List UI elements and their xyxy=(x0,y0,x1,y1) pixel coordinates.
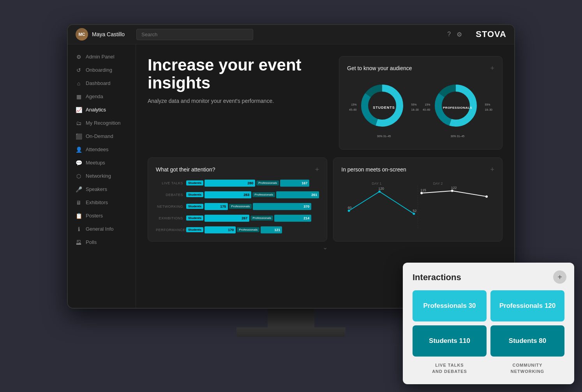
sidebar-item-admin-panel[interactable]: ⚙ Admin Panel xyxy=(68,50,136,64)
audience-card: Get to know your audience + 15%45–60 xyxy=(339,56,503,150)
audience-card-title: Get to know your audience + xyxy=(347,64,494,72)
meetups-icon: 💬 xyxy=(76,160,82,166)
sidebar-label-speakers: Speakers xyxy=(86,186,107,192)
audience-title-text: Get to know your audience xyxy=(347,65,412,71)
hero-title: Increase your event insights xyxy=(148,56,331,92)
bar-label-performances: PERFORMANCES xyxy=(156,228,183,232)
posters-icon: 📋 xyxy=(76,213,82,219)
val-122: 122 xyxy=(451,185,457,189)
sidebar-label-my-recognition: My Recognition xyxy=(86,120,121,126)
bar-row-debates: DEBATES Students 283 Professionals 261 xyxy=(156,191,319,198)
brand-logo: STOVA xyxy=(476,29,506,39)
line-chart-svg: DAY 1 DAY 2 xyxy=(341,180,494,230)
professionals-tag-networking: Professionals xyxy=(229,204,252,209)
search-input[interactable] xyxy=(136,29,253,40)
debates-professionals-bar: 261 xyxy=(276,191,319,198)
stand-neck xyxy=(268,308,314,327)
professionals-tag-debates: Professionals xyxy=(252,192,275,197)
onboarding-icon: ↺ xyxy=(76,67,82,73)
sidebar-item-meetups[interactable]: 💬 Meetups xyxy=(68,156,136,170)
attention-card: What got their attention? + LIVE TALKS S… xyxy=(148,157,327,242)
sidebar-label-exhibitors: Exhibitors xyxy=(86,200,108,205)
analytics-icon: 📈 xyxy=(76,107,82,113)
search-bar xyxy=(136,29,436,40)
inperson-title-text: In person meets on-screen xyxy=(341,166,406,173)
help-icon[interactable]: ? xyxy=(447,31,451,38)
exhibitions-professionals-bar: 214 xyxy=(274,215,311,222)
inperson-plus-button[interactable]: + xyxy=(490,166,494,174)
sidebar-item-onboarding[interactable]: ↺ Onboarding xyxy=(68,64,136,77)
sidebar-item-general-info[interactable]: ℹ General Info xyxy=(68,222,136,236)
bar-row-networking: NETWORKING Students 175 Professionals 37… xyxy=(156,203,319,210)
students-donut-section: 15%45–60 xyxy=(349,82,419,138)
day1-dot-3 xyxy=(413,212,415,215)
speakers-icon: 🎤 xyxy=(76,186,82,192)
bar-label-live-talks: LIVE TALKS xyxy=(156,181,183,185)
sidebar-item-exhibitors[interactable]: 🖥 Exhibitors xyxy=(68,196,136,209)
students-segment-label-3: 30% 31–45 xyxy=(377,135,391,138)
dashboard-grid: What got their attention? + LIVE TALKS S… xyxy=(148,157,503,242)
students-tag-exhibitions: Students xyxy=(186,215,203,221)
students-segment-label-2: 55%18–30 xyxy=(411,102,419,112)
audience-plus-button[interactable]: + xyxy=(490,64,494,72)
interactions-title: Interactions xyxy=(413,272,564,283)
settings-icon[interactable]: ⚙ xyxy=(457,31,462,38)
live-talks-professionals-bar: 167 xyxy=(280,180,309,187)
inperson-card: In person meets on-screen + DAY 1 DAY 2 xyxy=(333,157,503,242)
professionals-segment-label-2: 55%18–30 xyxy=(485,102,492,112)
sidebar-label-attendees: Attendees xyxy=(86,147,109,152)
sidebar-label-analytics: Analytics xyxy=(86,107,106,113)
sidebar-label-dashboard: Dashboard xyxy=(86,80,111,86)
exhibitions-students-bar: 267 xyxy=(205,215,249,222)
day1-dot-2 xyxy=(379,190,381,192)
sidebar-item-posters[interactable]: 📋 Posters xyxy=(68,209,136,222)
recognition-icon: 🗂 xyxy=(76,120,82,126)
sidebar-item-networking[interactable]: ⬡ Networking xyxy=(68,170,136,183)
professionals-donut: PROFESSIONALS xyxy=(432,82,483,133)
day1-line xyxy=(349,191,414,214)
networking-icon: ⬡ xyxy=(76,173,82,179)
sidebar-label-posters: Posters xyxy=(86,213,103,219)
sidebar-item-polls[interactable]: 🗳 Polls xyxy=(68,236,136,249)
stand-base xyxy=(236,327,346,337)
user-info: MC Maya Castillo xyxy=(76,28,125,41)
sidebar-item-attendees[interactable]: 👤 Attendees xyxy=(68,143,136,156)
professionals-segment-label-1: 15%40–60 xyxy=(423,102,430,112)
sidebar-item-analytics[interactable]: 📈 Analytics xyxy=(68,103,136,117)
val-60: 60 xyxy=(348,205,352,209)
card-professionals-120: Professionals 120 xyxy=(490,290,564,321)
sidebar-item-speakers[interactable]: 🎤 Speakers xyxy=(68,183,136,196)
day2-label: DAY 2 xyxy=(433,181,443,185)
on-demand-icon: ⬛ xyxy=(76,133,82,139)
bar-row-performances: PERFORMANCES Students 170 Professionals … xyxy=(156,226,319,233)
attention-plus-button[interactable]: + xyxy=(315,166,319,174)
sidebar-item-dashboard[interactable]: ⌂ Dashboard xyxy=(68,77,136,90)
sidebar-item-my-recognition[interactable]: 🗂 My Recognition xyxy=(68,117,136,130)
day2-dot-2 xyxy=(451,189,453,192)
networking-students-bar: 175 xyxy=(205,203,228,210)
bar-row-exhibitions: EXHIBITIONS Students 267 Professionals 2… xyxy=(156,215,319,222)
day1-label: DAY 1 xyxy=(372,181,382,185)
admin-panel-icon: ⚙ xyxy=(76,54,82,60)
popup-plus-button[interactable]: + xyxy=(553,270,566,284)
day2-dot-1 xyxy=(421,192,423,194)
exhibitors-icon: 🖥 xyxy=(76,200,82,206)
sidebar-item-on-demand[interactable]: ⬛ On-Demand xyxy=(68,130,136,143)
popup-label-live-talks: LIVE TALKSAND DEBATES xyxy=(413,362,487,374)
professionals-120-label: Professionals 120 xyxy=(499,302,556,310)
val-120: 120 xyxy=(379,186,384,190)
sidebar-label-general-info: General Info xyxy=(86,226,114,232)
val-115: 115 xyxy=(421,188,427,192)
topbar: MC Maya Castillo ? ⚙ STOVA xyxy=(68,25,514,44)
sidebar-label-polls: Polls xyxy=(86,239,97,245)
networking-professionals-bar: 370 xyxy=(253,203,311,210)
students-110-label: Students 110 xyxy=(429,337,470,345)
sidebar-label-networking: Networking xyxy=(86,173,111,179)
popup-labels-row: LIVE TALKSAND DEBATES COMMUNITYNETWORKIN… xyxy=(413,362,564,374)
val-52: 52 xyxy=(413,208,417,212)
top-icons: ? ⚙ STOVA xyxy=(447,29,506,39)
sidebar-item-agenda[interactable]: ▦ Agenda xyxy=(68,90,136,103)
performances-students-bar: 170 xyxy=(205,226,236,233)
professionals-tag: Professionals xyxy=(256,180,279,185)
card-professionals-30: Professionals 30 xyxy=(413,290,487,321)
